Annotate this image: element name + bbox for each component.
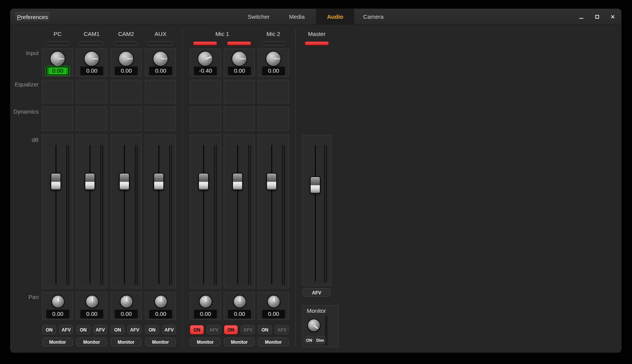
- fader-track[interactable]: [315, 145, 316, 281]
- on-button[interactable]: ON: [76, 325, 90, 335]
- afv-button[interactable]: AFV: [59, 325, 73, 335]
- pan-knob[interactable]: [234, 296, 246, 307]
- monitor-button[interactable]: Monitor: [76, 338, 107, 347]
- fader-track[interactable]: [237, 145, 238, 284]
- dynamics-section: [145, 107, 176, 131]
- pan-knob[interactable]: [155, 296, 167, 307]
- equalizer-section: [224, 80, 255, 103]
- input-gain-knob[interactable]: [85, 52, 99, 66]
- fader-handle[interactable]: [119, 173, 130, 190]
- monitor-button[interactable]: Monitor: [258, 338, 289, 347]
- minimize-icon: [579, 18, 583, 19]
- on-button[interactable]: ON: [190, 325, 204, 335]
- fader-handle[interactable]: [266, 173, 277, 190]
- input-gain-value[interactable]: 0.00: [80, 67, 103, 75]
- tab-camera[interactable]: Camera: [354, 9, 393, 25]
- master-afv-button[interactable]: AFV: [303, 288, 331, 297]
- pan-knob[interactable]: [268, 296, 280, 307]
- input-gain-knob[interactable]: [50, 52, 65, 66]
- dynamics-section: [190, 107, 221, 131]
- pan-value[interactable]: 0.00: [194, 310, 217, 318]
- tally-indicator: [193, 41, 217, 46]
- monitor-button[interactable]: Monitor: [145, 338, 176, 347]
- tab-media[interactable]: Media: [278, 9, 316, 25]
- row-label-dynamics: Dynamics: [10, 108, 39, 115]
- afv-button[interactable]: AFV: [241, 325, 255, 335]
- pan-value[interactable]: 0.00: [46, 310, 69, 318]
- monitor-button[interactable]: Monitor: [224, 338, 255, 347]
- fader-handle[interactable]: [232, 173, 243, 190]
- pan-value[interactable]: 0.00: [80, 310, 103, 318]
- input-gain-knob[interactable]: [232, 52, 246, 66]
- input-gain-value[interactable]: 0.00: [228, 67, 251, 75]
- monitor-label: Monitor: [303, 307, 330, 314]
- fader-handle[interactable]: [153, 173, 164, 190]
- tally-indicator: [305, 41, 329, 46]
- afv-button[interactable]: AFV: [127, 325, 142, 335]
- tab-switcher[interactable]: Switcher: [239, 9, 278, 25]
- fader-track[interactable]: [55, 145, 57, 284]
- input-gain-knob[interactable]: [153, 52, 168, 66]
- afv-button[interactable]: AFV: [93, 325, 107, 335]
- monitor-button[interactable]: Monitor: [111, 338, 142, 347]
- knob-pointer: [92, 58, 98, 59]
- input-section: 0.00: [42, 49, 73, 76]
- preferences-button[interactable]: Preferences: [14, 11, 51, 23]
- on-button[interactable]: ON: [224, 325, 238, 335]
- monitor-dim-button[interactable]: Dim: [315, 336, 326, 344]
- pan-value[interactable]: 0.00: [228, 310, 251, 318]
- pan-knob[interactable]: [86, 296, 98, 307]
- minimize-button[interactable]: [573, 9, 589, 25]
- master-label: Master: [302, 31, 331, 37]
- tab-audio[interactable]: Audio: [316, 9, 354, 25]
- channel-label: CAM1: [76, 31, 107, 37]
- level-meter: [214, 145, 217, 285]
- afv-button[interactable]: AFV: [162, 325, 176, 335]
- input-gain-value[interactable]: 0.00: [262, 67, 285, 75]
- pan-value[interactable]: 0.00: [149, 310, 172, 318]
- fader-track[interactable]: [90, 145, 91, 284]
- channel-strip-mic1-left: Mic 1 -0.40 0.00 ON AFV Monitor: [190, 25, 221, 350]
- monitor-volume-knob[interactable]: [308, 319, 320, 331]
- fader-handle[interactable]: [85, 173, 95, 190]
- fader-handle[interactable]: [310, 176, 321, 194]
- input-gain-value[interactable]: 0.00: [46, 67, 69, 75]
- fader-track[interactable]: [271, 145, 272, 284]
- channel-strip-aux: AUX 0.00 0.00 ON AFV Monitor: [145, 25, 176, 350]
- fader-track[interactable]: [203, 145, 204, 284]
- monitor-button[interactable]: Monitor: [190, 338, 221, 347]
- fader-handle[interactable]: [50, 173, 61, 190]
- input-gain-value[interactable]: -0.40: [194, 67, 217, 75]
- on-button[interactable]: ON: [42, 325, 56, 335]
- window-controls: ✕: [573, 9, 621, 25]
- input-gain-knob[interactable]: [266, 52, 280, 66]
- fader-track[interactable]: [158, 145, 160, 284]
- monitor-button[interactable]: Monitor: [42, 338, 73, 347]
- fader-section: [190, 135, 221, 288]
- input-gain-knob[interactable]: [119, 52, 133, 66]
- on-button[interactable]: ON: [145, 325, 159, 335]
- maximize-button[interactable]: [589, 9, 605, 25]
- fader-section: [111, 135, 142, 288]
- knob-pointer: [161, 58, 167, 59]
- pan-knob[interactable]: [200, 296, 212, 307]
- knob-pointer: [239, 296, 240, 301]
- on-button[interactable]: ON: [258, 325, 272, 335]
- close-button[interactable]: ✕: [605, 9, 621, 25]
- pan-value[interactable]: 0.00: [115, 310, 138, 318]
- monitor-on-button[interactable]: ON: [305, 336, 314, 344]
- pan-knob[interactable]: [52, 296, 64, 307]
- afv-button[interactable]: AFV: [207, 325, 221, 335]
- pan-value[interactable]: 0.00: [262, 310, 285, 318]
- pan-knob[interactable]: [121, 296, 132, 307]
- input-gain-knob[interactable]: [198, 52, 212, 66]
- input-gain-value[interactable]: 0.00: [115, 67, 138, 75]
- on-button[interactable]: ON: [111, 325, 125, 335]
- row-label-input: Input: [10, 50, 39, 56]
- afv-button[interactable]: AFV: [275, 325, 289, 335]
- fader-track[interactable]: [124, 145, 125, 284]
- input-section: 0.00: [111, 49, 142, 76]
- fader-handle[interactable]: [198, 173, 209, 190]
- input-gain-value[interactable]: 0.00: [149, 67, 172, 75]
- maximize-icon: [595, 15, 599, 19]
